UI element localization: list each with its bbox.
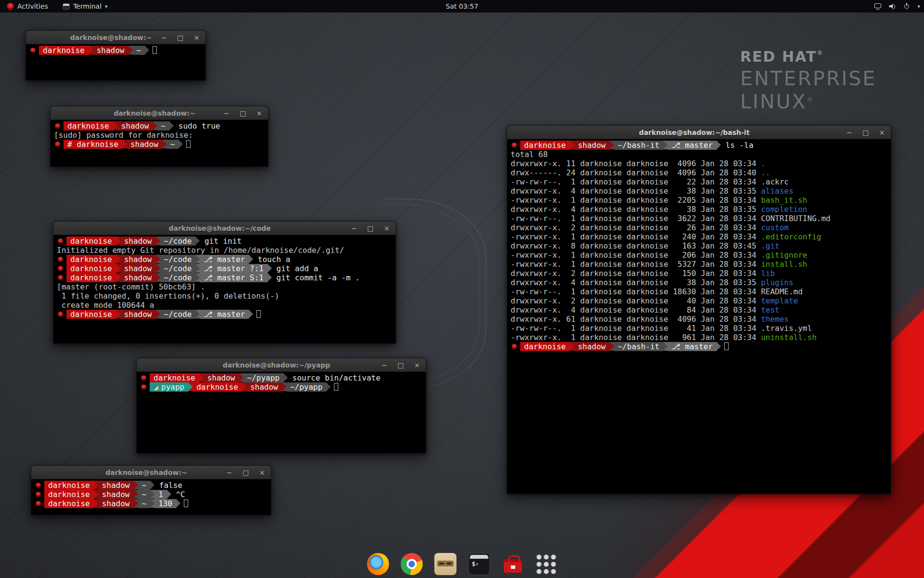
titlebar[interactable]: darknoise@shadow:~/pyapp − □ ×	[137, 358, 426, 372]
terminal-line: -rw-rw-r--. 1 darknoise darknoise 3622 J…	[511, 214, 887, 223]
terminal-icon[interactable]	[468, 553, 490, 575]
terminal-text: git add a	[272, 264, 318, 273]
powerline-arrow	[156, 255, 160, 263]
minimize-button[interactable]: −	[226, 469, 232, 476]
close-button[interactable]: ×	[879, 129, 885, 136]
window-title: darknoise@shadow:~	[60, 31, 162, 44]
prompt-seg-git: ⎇ master	[667, 141, 717, 150]
prompt-seg-user: darknoise	[150, 373, 199, 382]
maximize-button[interactable]: □	[862, 129, 869, 136]
terminal-cursor	[724, 342, 729, 350]
chrome-icon[interactable]	[401, 553, 423, 575]
titlebar[interactable]: darknoise@shadow:~ − □ ×	[51, 106, 268, 120]
files-icon[interactable]	[435, 553, 457, 575]
close-button[interactable]: ×	[414, 362, 420, 368]
terminal-text: sudo true	[174, 121, 220, 131]
powerline-arrow	[610, 342, 614, 351]
prompt-seg-host: shadow	[574, 342, 610, 351]
powerline-arrow	[116, 264, 120, 273]
firefox-icon[interactable]	[367, 553, 389, 575]
titlebar[interactable]: darknoise@shadow:~ − □ ×	[31, 466, 271, 479]
terminal-body[interactable]: darknoiseshadow~/bash-it⎇ master ls -lat…	[508, 139, 890, 493]
window-title: darknoise@shadow:~/code	[87, 222, 352, 235]
terminal-text: -rwxrwxr-x. 1 darknoise darknoise 2205 J…	[511, 196, 761, 205]
minimize-button[interactable]: −	[846, 129, 852, 136]
terminal-text: .gitignore	[761, 250, 807, 260]
prompt-seg-user: darknoise	[66, 264, 116, 273]
prompt-seg-venv: pyapp	[150, 382, 188, 392]
terminal-text: CONTRIBUTING.md	[761, 214, 831, 223]
maximize-button[interactable]: □	[243, 469, 249, 476]
powerline-arrow	[176, 499, 180, 508]
prompt-seg-path: ~/pyapp	[244, 373, 283, 382]
powerline-arrow	[195, 264, 200, 273]
fedora-icon	[36, 501, 41, 506]
terminal-text: drwxrwxr-x. 2 darknoise darknoise 26 Jan…	[511, 223, 761, 232]
maximize-button[interactable]: □	[177, 34, 183, 41]
toolbox-icon[interactable]	[502, 553, 524, 575]
terminal-line: -rwxrwxr-x. 1 darknoise darknoise 2205 J…	[511, 196, 887, 205]
terminal-text: -rw-rw-r--. 1 darknoise darknoise 22 Jan…	[511, 177, 761, 186]
fedora-icon	[58, 266, 63, 271]
terminal-text: ..	[761, 168, 770, 177]
terminal-line: darknoiseshadow~ false	[35, 481, 268, 490]
registered-mark: ®	[807, 96, 814, 103]
powerline-arrow	[89, 46, 93, 54]
maximize-button[interactable]: □	[240, 110, 246, 117]
prompt-seg-exit: 1	[154, 490, 167, 499]
terminal-text: drwxrwxr-x. 2 darknoise darknoise 40 Jan…	[511, 296, 761, 305]
terminal-body[interactable]: darknoiseshadow~ falsedarknoiseshadow~1 …	[32, 479, 270, 514]
maximize-button[interactable]: □	[398, 362, 404, 368]
clock[interactable]: Sat 03:57	[442, 0, 482, 13]
powerline-arrow	[116, 255, 120, 263]
maximize-button[interactable]: □	[367, 225, 373, 232]
terminal-body[interactable]: darknoiseshadow~/pyapp source bin/activa…	[137, 372, 425, 453]
branding-line3: LINUX	[740, 90, 807, 113]
prompt-seg-user: darknoise	[66, 255, 116, 264]
close-button[interactable]: ×	[384, 225, 390, 232]
powerline-arrow	[122, 140, 127, 148]
terminal-body[interactable]: darknoiseshadow~/code git initInitialize…	[54, 235, 395, 343]
activities-button[interactable]: Activities	[5, 0, 50, 13]
terminal-text: git commit -a -m .	[272, 273, 360, 282]
prompt-seg-path: ~/code	[160, 255, 196, 264]
close-button[interactable]: ×	[193, 34, 200, 41]
app-menu-terminal[interactable]: Terminal ▾	[61, 0, 110, 13]
terminal-line: drwxrwxr-x. 61 darknoise darknoise 4096 …	[511, 315, 887, 324]
terminal-text: install.sh	[761, 260, 807, 269]
terminal-text: drwxrwxr-x. 8 darknoise darknoise 163 Ja…	[511, 241, 761, 250]
minimize-button[interactable]: −	[223, 110, 230, 117]
titlebar[interactable]: darknoise@shadow:~/code − □ ×	[53, 222, 396, 235]
terminal-line: drwxrwxr-x. 4 darknoise darknoise 38 Jan…	[511, 278, 887, 287]
titlebar[interactable]: darknoise@shadow:~/bash-it − □ ×	[507, 126, 891, 139]
powerline-arrow	[128, 46, 133, 54]
minimize-button[interactable]: −	[161, 34, 167, 41]
terminal-line: darknoiseshadow~1 ^C	[35, 490, 268, 499]
titlebar[interactable]: darknoise@shadow:~ − □ ×	[26, 31, 205, 44]
powerline-arrow	[94, 481, 98, 489]
terminal-body[interactable]: darknoiseshadow~ sudo true[sudo] passwor…	[51, 120, 268, 166]
prompt-seg-user: darknoise	[44, 481, 94, 490]
powerline-arrow	[150, 499, 154, 508]
terminal-line: drwx------. 24 darknoise darknoise 4096 …	[511, 168, 887, 177]
terminal-line: drwxrwxr-x. 4 darknoise darknoise 38 Jan…	[511, 205, 887, 214]
power-icon[interactable]	[903, 2, 911, 10]
terminal-body[interactable]: darknoiseshadow~	[26, 44, 205, 80]
app-grid-icon[interactable]	[536, 553, 557, 575]
terminal-text: template	[761, 296, 798, 305]
window-title: darknoise@shadow:~/pyapp	[170, 358, 383, 372]
display-icon[interactable]	[874, 2, 882, 10]
terminal-line: 1 file changed, 0 insertions(+), 0 delet…	[57, 291, 392, 301]
terminal-text: uninstall.sh	[761, 333, 817, 342]
close-button[interactable]: ×	[259, 469, 265, 476]
prompt-seg-host: shadow	[574, 141, 610, 150]
window-title: darknoise@shadow:~/bash-it	[541, 126, 847, 139]
terminal-text: drwxrwxr-x. 4 darknoise darknoise 38 Jan…	[511, 205, 761, 214]
terminal-line: -rwxrwxr-x. 1 darknoise darknoise 206 Ja…	[511, 250, 887, 260]
branding-line1: RED HAT	[740, 48, 817, 65]
close-button[interactable]: ×	[256, 110, 262, 117]
prompt-seg-git: ⎇ master	[667, 342, 717, 351]
volume-icon[interactable]	[888, 2, 896, 10]
minimize-button[interactable]: −	[381, 362, 387, 368]
minimize-button[interactable]: −	[351, 225, 357, 232]
